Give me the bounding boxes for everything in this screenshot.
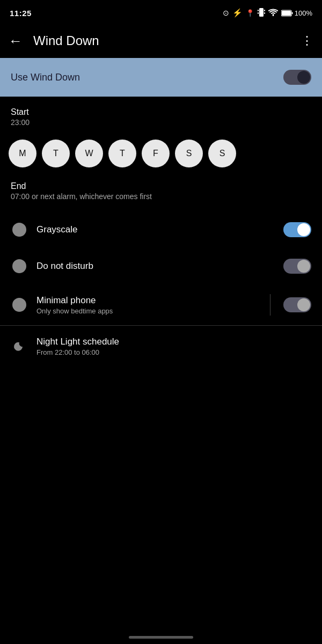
svg-rect-4 — [264, 12, 265, 14]
grayscale-label: Grayscale — [36, 224, 275, 235]
minimal-phone-toggle-knob — [297, 298, 310, 311]
day-wed[interactable]: W — [75, 140, 103, 167]
grayscale-icon — [11, 221, 28, 238]
start-label: Start — [11, 107, 311, 117]
grayscale-row[interactable]: Grayscale — [0, 211, 322, 248]
home-indicator — [129, 636, 193, 639]
minimal-phone-icon — [11, 296, 28, 313]
minimal-phone-text: Minimal phone Only show bedtime apps — [36, 295, 257, 315]
dnd-toggle-knob — [297, 260, 310, 273]
day-mon[interactable]: M — [9, 140, 36, 167]
battery-icon: 100% — [281, 9, 312, 17]
dnd-row[interactable]: Do not disturb — [0, 248, 322, 284]
location-icon: ⊙ — [223, 9, 229, 17]
night-light-row[interactable]: Night Light schedule From 22:00 to 06:00 — [0, 326, 322, 367]
svg-rect-3 — [264, 10, 265, 11]
dnd-label: Do not disturb — [36, 261, 275, 272]
svg-rect-1 — [258, 10, 259, 11]
dnd-icon — [11, 258, 28, 275]
day-fri[interactable]: F — [142, 140, 170, 167]
day-thu[interactable]: T — [108, 140, 136, 167]
night-light-label: Night Light schedule — [36, 336, 311, 347]
svg-rect-7 — [291, 12, 292, 14]
dnd-text: Do not disturb — [36, 261, 275, 272]
status-icons: ⊙ ⚡ 📍 — [223, 8, 312, 18]
end-subtext: 07:00 or next alarm, whichever comes fir… — [11, 192, 311, 201]
vibrate-icon — [258, 8, 265, 18]
day-sat[interactable]: S — [175, 140, 203, 167]
svg-rect-2 — [258, 12, 259, 14]
wind-down-banner[interactable]: Use Wind Down — [0, 58, 322, 97]
start-time: 23:00 — [11, 118, 311, 127]
wind-down-toggle[interactable] — [283, 70, 311, 85]
wifi-icon — [268, 9, 278, 18]
day-tue[interactable]: T — [42, 140, 70, 167]
day-selector: M T W T F S S — [0, 132, 322, 173]
page-title: Wind Down — [33, 33, 301, 48]
minimal-phone-toggle[interactable] — [283, 297, 311, 312]
top-bar: ← Wind Down ⋮ — [0, 24, 322, 58]
svg-rect-0 — [259, 8, 264, 17]
minimal-phone-label: Minimal phone — [36, 295, 257, 306]
end-label: End — [11, 181, 311, 191]
night-light-icon — [11, 338, 28, 355]
bolt-icon: ⚡ — [232, 8, 243, 18]
svg-point-14 — [18, 304, 20, 306]
status-time: 11:25 — [10, 9, 32, 18]
night-light-text: Night Light schedule From 22:00 to 06:00 — [36, 336, 311, 356]
end-section[interactable]: End 07:00 or next alarm, whichever comes… — [0, 173, 322, 211]
vertical-separator — [270, 294, 270, 316]
dnd-toggle[interactable] — [283, 259, 311, 274]
grayscale-text: Grayscale — [36, 224, 275, 235]
toggle-knob — [297, 71, 310, 84]
status-bar: 11:25 ⊙ ⚡ 📍 — [0, 0, 322, 24]
minimal-phone-sublabel: Only show bedtime apps — [36, 307, 257, 315]
grayscale-toggle[interactable] — [283, 222, 311, 237]
svg-rect-6 — [282, 11, 291, 16]
minimal-phone-row[interactable]: Minimal phone Only show bedtime apps — [0, 284, 322, 325]
day-sun[interactable]: S — [208, 140, 236, 167]
more-options-button[interactable]: ⋮ — [301, 34, 313, 48]
grayscale-toggle-knob — [297, 223, 310, 236]
content-area: Start 23:00 M T W T F S S End 07:00 or n… — [0, 97, 322, 367]
start-section[interactable]: Start 23:00 — [0, 97, 322, 132]
back-button[interactable]: ← — [9, 33, 23, 49]
night-light-subtext: From 22:00 to 06:00 — [36, 348, 311, 356]
wind-down-label: Use Wind Down — [11, 72, 80, 83]
signal-icon: 📍 — [246, 9, 254, 17]
